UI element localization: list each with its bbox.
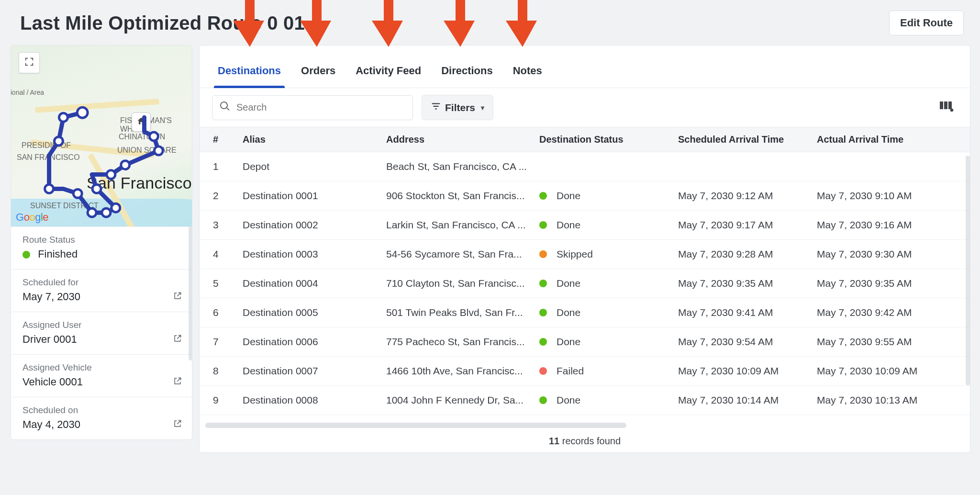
edit-route-button[interactable]: Edit Route [889, 11, 964, 35]
route-sidebar: ional / Area FISHERMAN'S WHARF CHINATOWN… [11, 45, 192, 440]
status-text: Done [557, 190, 580, 202]
map-sublabel-sunset: SUNSET DISTRICT [30, 202, 99, 210]
cell-actual: May 7, 2030 10:09 AM [812, 357, 970, 386]
col-header-alias[interactable]: Alias [238, 127, 381, 152]
table-row[interactable]: 2Destination 0001906 Stockton St, San Fr… [200, 181, 970, 211]
table-row[interactable]: 6Destination 0005501 Twin Peaks Blvd, Sa… [200, 298, 970, 327]
search-input[interactable] [236, 102, 406, 113]
cell-number: 7 [200, 327, 238, 357]
destinations-table: # Alias Address Destination Status Sched… [200, 127, 970, 415]
table-row[interactable]: 4Destination 000354-56 Sycamore St, San … [200, 240, 970, 269]
table-row[interactable]: 5Destination 0004710 Clayton St, San Fra… [200, 269, 970, 298]
external-link-icon[interactable] [173, 291, 182, 303]
cell-actual: May 7, 2030 10:13 AM [812, 386, 970, 415]
assigned-user-label: Assigned User [22, 320, 182, 330]
cell-alias: Destination 0002 [238, 211, 381, 240]
table-row[interactable]: 3Destination 0002Larkin St, San Francisc… [200, 211, 970, 240]
status-dot-icon [539, 280, 547, 287]
search-input-wrap[interactable] [212, 95, 413, 120]
columns-icon [940, 101, 954, 114]
cell-status: Failed [535, 357, 673, 386]
page-title: Last Mile Optimized Route 0 01 [20, 12, 305, 34]
route-map[interactable]: ional / Area FISHERMAN'S WHARF CHINATOWN… [11, 45, 192, 226]
table-row[interactable]: 1DepotBeach St, San Francisco, CA ... [200, 152, 970, 181]
status-dot-icon [539, 367, 547, 375]
sidebar-scrollbar[interactable] [189, 226, 192, 360]
svg-point-4 [73, 189, 82, 198]
cell-scheduled: May 7, 2030 9:17 AM [673, 211, 812, 240]
cell-scheduled: May 7, 2030 9:41 AM [673, 298, 812, 327]
cell-scheduled: May 7, 2030 9:35 AM [673, 269, 812, 298]
status-text: Done [557, 219, 580, 231]
scheduled-for-value: May 7, 2030 [22, 291, 80, 303]
col-header-number[interactable]: # [200, 127, 238, 152]
svg-point-10 [121, 161, 130, 169]
external-link-icon[interactable] [173, 376, 182, 388]
cell-scheduled: May 7, 2030 9:28 AM [673, 240, 812, 269]
cell-number: 8 [200, 357, 238, 386]
status-dot-icon [539, 221, 547, 229]
map-depot-marker[interactable] [132, 112, 151, 132]
horizontal-scrollbar[interactable] [205, 423, 626, 428]
map-sublabel-chinatown: CHINATOWN [119, 133, 165, 141]
svg-rect-14 [944, 101, 947, 109]
col-header-status[interactable]: Destination Status [535, 127, 673, 152]
cell-address: 710 Clayton St, San Francisc... [381, 269, 535, 298]
scheduled-on-value: May 4, 2030 [22, 418, 80, 431]
col-header-address[interactable]: Address [381, 127, 535, 152]
cell-number: 5 [200, 269, 238, 298]
tab-notes[interactable]: Notes [509, 60, 546, 88]
tab-orders[interactable]: Orders [297, 60, 339, 88]
tab-destinations[interactable]: Destinations [214, 60, 285, 88]
table-row[interactable]: 7Destination 0006775 Pacheco St, San Fra… [200, 327, 970, 357]
tab-activity-feed[interactable]: Activity Feed [352, 60, 425, 88]
status-dot-icon [539, 250, 547, 258]
map-sublabel-presidio1: PRESIDIO OF [22, 141, 71, 150]
status-text: Failed [557, 365, 584, 377]
cell-status: Done [535, 269, 673, 298]
table-row[interactable]: 9Destination 00081004 John F Kennedy Dr,… [200, 386, 970, 415]
cell-actual: May 7, 2030 9:55 AM [812, 327, 970, 357]
scheduled-on-label: Scheduled on [22, 405, 182, 416]
home-icon [136, 116, 146, 128]
map-sublabel-wharf: FISHERMAN'S WHARF [120, 116, 192, 134]
filter-icon [431, 101, 441, 114]
cell-address: Beach St, San Francisco, CA ... [381, 152, 535, 181]
col-header-scheduled[interactable]: Scheduled Arrival Time [673, 127, 812, 152]
cell-number: 2 [200, 181, 238, 211]
records-found: 11 records found [200, 433, 970, 448]
vertical-scrollbar[interactable] [966, 156, 970, 385]
route-status-label: Route Status [22, 235, 182, 245]
filters-button[interactable]: Filters ▾ [422, 95, 493, 120]
scheduled-on-section: Scheduled on May 4, 2030 [11, 397, 192, 439]
cell-actual: May 7, 2030 9:35 AM [812, 269, 970, 298]
route-status-section: Route Status Finished [11, 226, 192, 269]
tab-directions[interactable]: Directions [437, 60, 497, 88]
cell-status [535, 152, 673, 181]
cell-number: 9 [200, 386, 238, 415]
table-toolbar: Filters ▾ [200, 88, 970, 127]
chevron-down-icon: ▾ [481, 104, 484, 112]
search-icon [219, 101, 231, 114]
cell-status: Done [535, 386, 673, 415]
map-sublabel-top: ional / Area [11, 89, 44, 96]
cell-actual: May 7, 2030 9:16 AM [812, 211, 970, 240]
cell-number: 3 [200, 211, 238, 240]
column-settings-button[interactable] [937, 100, 957, 116]
table-row[interactable]: 8Destination 00071466 10th Ave, San Fran… [200, 357, 970, 386]
status-text: Skipped [557, 248, 593, 260]
col-header-actual[interactable]: Actual Arrival Time [812, 127, 970, 152]
assigned-user-section: Assigned User Driver 0001 [11, 312, 192, 354]
external-link-icon[interactable] [173, 334, 182, 346]
records-count: 11 [549, 436, 559, 446]
cell-alias: Destination 0007 [238, 357, 381, 386]
external-link-icon[interactable] [173, 419, 182, 431]
map-fullscreen-button[interactable] [19, 52, 40, 73]
status-dot-icon [22, 251, 30, 259]
cell-address: 1004 John F Kennedy Dr, Sa... [381, 386, 535, 415]
cell-number: 4 [200, 240, 238, 269]
cell-address: 501 Twin Peaks Blvd, San Fr... [381, 298, 535, 327]
cell-status: Skipped [535, 240, 673, 269]
assigned-vehicle-section: Assigned Vehicle Vehicle 0001 [11, 354, 192, 397]
cell-number: 6 [200, 298, 238, 327]
